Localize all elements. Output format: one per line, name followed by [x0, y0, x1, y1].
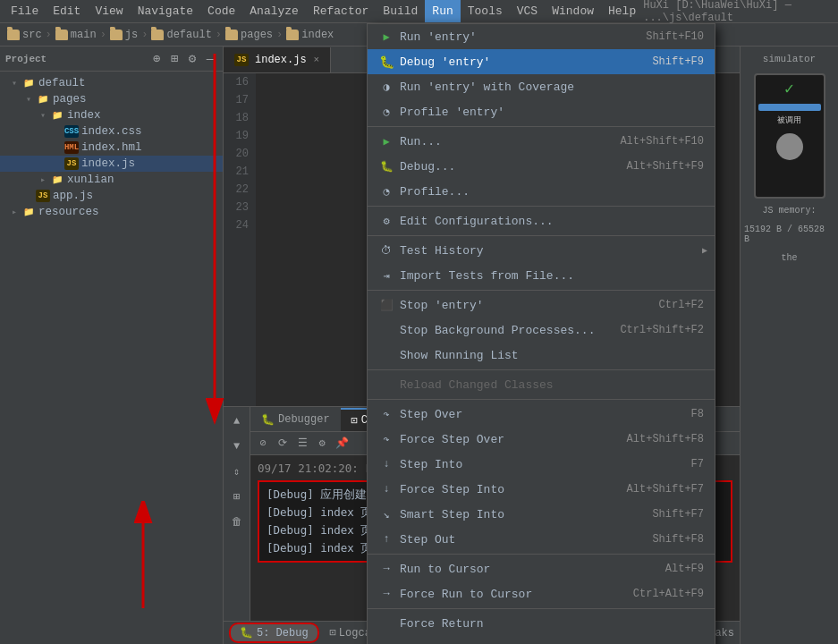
trash-icon[interactable]: 🗑 — [228, 513, 246, 530]
clear-btn[interactable]: ⊘ — [254, 435, 272, 453]
filter-btn[interactable]: ☰ — [293, 435, 311, 453]
folder-icon — [225, 30, 238, 40]
breadcrumb-js[interactable]: js — [110, 29, 138, 41]
tree-item-index-js[interactable]: JS index.js — [0, 156, 223, 172]
debug-shortcut: Alt+Shift+F9 — [627, 160, 704, 173]
tree-item-index-hml[interactable]: HML index.hml — [0, 140, 223, 156]
running-icon — [378, 347, 394, 363]
stop-shortcut: Ctrl+F2 — [659, 299, 704, 311]
menu-analyze[interactable]: Analyze — [242, 0, 306, 22]
menu-debug-entry[interactable]: 🐛 Debug 'entry' Shift+F9 — [368, 49, 715, 74]
menu-window[interactable]: Window — [545, 0, 601, 22]
tree-item-default[interactable]: 📁 default — [0, 75, 223, 91]
breadcrumb-src[interactable]: src — [7, 29, 42, 41]
css-icon: CSS — [64, 125, 79, 138]
menu-file[interactable]: File — [4, 0, 46, 22]
menu-force-step-over[interactable]: ↷ Force Step Over Alt+Shift+F8 — [368, 427, 715, 452]
force-step-over-shortcut: Alt+Shift+F8 — [627, 433, 704, 445]
force-step-into-shortcut: Alt+Shift+F7 — [627, 483, 704, 496]
menu-vcs[interactable]: VCS — [510, 0, 545, 22]
debugger-icon: 🐛 — [261, 413, 275, 427]
sidebar-add-icon[interactable]: ⊕ — [149, 52, 164, 66]
menu-step-into[interactable]: ↓ Step Into F7 — [368, 452, 715, 477]
menu-stop-entry[interactable]: ⬛ Stop 'entry' Ctrl+F2 — [368, 292, 715, 318]
menu-throw-exception[interactable]: Throw Exception — [368, 636, 715, 644]
throw-icon — [378, 640, 394, 644]
sidebar-layout-icon[interactable]: ⊞ — [167, 52, 182, 66]
sim-progress-bar — [758, 104, 821, 111]
menu-debug[interactable]: 🐛 Debug... Alt+Shift+F9 — [368, 154, 715, 179]
menu-step-out[interactable]: ↑ Step Out Shift+F8 — [368, 527, 715, 552]
js-memory-label: JS memory: — [758, 204, 819, 217]
menu-navigate[interactable]: Navigate — [131, 0, 200, 22]
breadcrumb-index[interactable]: index — [286, 29, 334, 41]
tree-arrow-pages — [21, 94, 36, 105]
menu-stop-background[interactable]: Stop Background Processes... Ctrl+Shift+… — [368, 318, 715, 343]
menu-reload-classes: Reload Changed Classes — [368, 372, 715, 397]
menu-smart-step-into[interactable]: ↘ Smart Step Into Shift+F7 — [368, 502, 715, 527]
menu-code[interactable]: Code — [200, 0, 242, 22]
breadcrumb-main[interactable]: main — [55, 29, 97, 41]
tree-item-index-css[interactable]: CSS index.css — [0, 123, 223, 140]
menu-build[interactable]: Build — [376, 0, 425, 22]
menu-help[interactable]: Help — [601, 0, 643, 22]
menu-run[interactable]: Run — [425, 0, 460, 22]
folder-icon-index: 📁 — [50, 109, 64, 122]
menu-refactor[interactable]: Refactor — [306, 0, 376, 22]
menu-force-run-cursor[interactable]: → Force Run to Cursor Ctrl+Alt+F9 — [368, 581, 715, 606]
debug-status-btn[interactable]: 🐛 5: Debug — [229, 623, 319, 643]
tree-item-xunlian[interactable]: 📁 xunlian — [0, 172, 223, 188]
menu-run-entry[interactable]: ▶ Run 'entry' Shift+F10 — [368, 24, 715, 49]
menu-profile-entry[interactable]: ◔ Profile 'entry' — [368, 99, 715, 124]
menu-show-running[interactable]: Show Running List — [368, 343, 715, 368]
tab-close-btn[interactable]: × — [314, 55, 320, 65]
tab-index-js[interactable]: JS index.js × — [224, 47, 331, 72]
breadcrumb-pages[interactable]: pages — [225, 29, 273, 41]
settings-btn[interactable]: ⚙ — [313, 435, 331, 453]
tab-debugger[interactable]: 🐛 Debugger — [250, 408, 341, 431]
filter-icon[interactable]: ⊞ — [228, 487, 246, 505]
bottom-left-icons: ▲ ▼ ⇕ ⊞ 🗑 — [224, 407, 250, 621]
breadcrumb-default[interactable]: default — [151, 29, 211, 41]
pin-btn[interactable]: 📌 — [333, 435, 351, 453]
menu-tools[interactable]: Tools — [461, 0, 510, 22]
expand-icon[interactable]: ⇕ — [228, 462, 246, 480]
step-out-icon: ↑ — [378, 531, 394, 547]
tree-container: 📁 default 📁 pages 📁 index CSS — [0, 72, 223, 644]
menu-run-coverage[interactable]: ◑ Run 'entry' with Coverage — [368, 74, 715, 99]
scroll-lock-btn[interactable]: ⟳ — [274, 435, 292, 453]
menubar: File Edit View Navigate Code Analyze Ref… — [0, 0, 838, 23]
folder-icon — [286, 30, 299, 40]
scroll-up-icon[interactable]: ▲ — [228, 412, 246, 430]
menu-import-tests[interactable]: ⇥ Import Tests from File... — [368, 263, 715, 288]
menu-step-over[interactable]: ↷ Step Over F8 — [368, 402, 715, 427]
menu-view[interactable]: View — [88, 0, 130, 22]
menu-force-step-into[interactable]: ↓ Force Step Into Alt+Shift+F7 — [368, 477, 715, 502]
menu-test-history[interactable]: ⏱ Test History ▶ — [368, 238, 715, 263]
run-entry-shortcut: Shift+F10 — [646, 30, 704, 43]
tab-label: index.js — [255, 54, 307, 66]
sim-check-icon: ✓ — [784, 79, 794, 98]
stop-icon: ⬛ — [378, 297, 394, 313]
tree-item-resources[interactable]: 📁 resources — [0, 204, 223, 220]
coverage-icon: ◑ — [378, 79, 394, 95]
separator-7 — [368, 554, 715, 555]
run-cursor-icon: → — [378, 561, 394, 577]
menu-run-cursor[interactable]: → Run to Cursor Alt+F9 — [368, 556, 715, 581]
menu-force-return[interactable]: Force Return — [368, 611, 715, 636]
tree-item-pages[interactable]: 📁 pages — [0, 91, 223, 107]
sidebar-settings-icon[interactable]: ⚙ — [185, 52, 199, 66]
menu-edit-configs[interactable]: ⚙ Edit Configurations... — [368, 208, 715, 233]
separator-2 — [368, 206, 715, 207]
menu-run[interactable]: ▶ Run... Alt+Shift+F10 — [368, 129, 715, 154]
step-out-shortcut: Shift+F8 — [652, 533, 704, 546]
run-cursor-shortcut: Alt+F9 — [665, 563, 704, 575]
sidebar-minimize-icon[interactable]: — — [203, 52, 217, 66]
scroll-down-icon[interactable]: ▼ — [228, 437, 246, 455]
tree-item-app-js[interactable]: JS app.js — [0, 188, 223, 204]
profile-icon: ◔ — [378, 183, 394, 199]
tree-item-index-folder[interactable]: 📁 index — [0, 107, 223, 123]
menu-edit[interactable]: Edit — [46, 0, 88, 22]
menu-profile[interactable]: ◔ Profile... — [368, 179, 715, 204]
reload-icon — [378, 377, 394, 393]
